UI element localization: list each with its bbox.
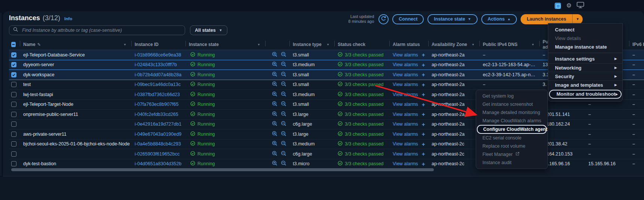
zoom-in-icon[interactable]	[272, 61, 277, 68]
instance-id-link[interactable]: i-01b89668ce6e9ea38	[135, 52, 181, 58]
zoom-out-icon[interactable]	[281, 101, 286, 108]
launch-instances-caret[interactable]: ▼	[573, 14, 583, 24]
sort-icon[interactable]: ▼	[326, 43, 329, 46]
menu-item-security[interactable]: Security▶	[548, 72, 622, 80]
add-alarm-icon[interactable]: +	[422, 111, 425, 117]
zoom-in-icon[interactable]	[272, 71, 277, 78]
instance-id-link[interactable]: i-049e67043a0190ed9	[135, 132, 181, 137]
info-link[interactable]: Info	[64, 16, 72, 21]
zoom-out-icon[interactable]	[281, 131, 286, 138]
row-checkbox[interactable]	[11, 72, 16, 77]
add-alarm-icon[interactable]: +	[422, 91, 425, 98]
add-alarm-icon[interactable]: +	[422, 52, 425, 58]
instance-id-link[interactable]: i-040fc2efdb33cd265	[135, 112, 178, 117]
zoom-out-icon[interactable]	[281, 52, 286, 58]
zoom-out-icon[interactable]	[281, 111, 286, 118]
menu-item-manage-instance-state[interactable]: Manage instance state	[548, 43, 622, 51]
display-icon[interactable]	[577, 2, 584, 10]
row-checkbox[interactable]	[11, 121, 16, 127]
row-checkbox[interactable]	[11, 102, 16, 107]
row-checkbox[interactable]	[11, 112, 16, 117]
submenu-item-configure-cloudwatch-agent[interactable]: Configure CloudWatch agent	[477, 125, 547, 134]
zoom-in-icon[interactable]	[272, 111, 277, 118]
add-alarm-icon[interactable]: +	[422, 161, 425, 167]
select-all-checkbox[interactable]	[11, 42, 16, 47]
connect-button[interactable]: Connect	[392, 14, 424, 24]
row-checkbox[interactable]	[11, 82, 16, 87]
view-alarms-link[interactable]: View alarms	[393, 151, 418, 157]
add-alarm-icon[interactable]: +	[422, 101, 425, 108]
view-alarms-link[interactable]: View alarms	[393, 141, 418, 147]
zoom-in-icon[interactable]	[272, 121, 277, 127]
menu-item-instance-settings[interactable]: Instance settings▶	[548, 55, 622, 63]
view-alarms-link[interactable]: View alarms	[393, 161, 418, 166]
sort-icon[interactable]: ▼	[123, 43, 126, 46]
sort-icon[interactable]: ▼	[531, 43, 534, 46]
view-alarms-link[interactable]: View alarms	[393, 92, 418, 97]
gear-icon[interactable]: ⚙	[566, 3, 571, 9]
view-alarms-link[interactable]: View alarms	[393, 112, 418, 117]
row-checkbox[interactable]	[11, 151, 16, 157]
zoom-in-icon[interactable]	[272, 91, 277, 98]
launch-instances-button[interactable]: Launch instances	[521, 14, 573, 24]
zoom-out-icon[interactable]	[281, 151, 286, 157]
state-filter-dropdown[interactable]: All states▼	[190, 25, 227, 35]
view-alarms-link[interactable]: View alarms	[393, 82, 418, 87]
zoom-out-icon[interactable]	[281, 61, 286, 68]
zoom-out-icon[interactable]	[281, 91, 286, 98]
add-alarm-icon[interactable]: +	[422, 81, 425, 88]
zoom-out-icon[interactable]	[281, 160, 286, 167]
zoom-in-icon[interactable]	[272, 52, 277, 58]
zoom-out-icon[interactable]	[281, 71, 286, 78]
actions-button[interactable]: Actions▲	[481, 14, 517, 24]
row-checkbox[interactable]	[11, 132, 16, 137]
type-cell: t3.small	[290, 70, 335, 80]
instance-id-link[interactable]: i-024843c133c0fff7b	[135, 62, 177, 67]
instance-id-link[interactable]: i-0e42916a19d727db1	[135, 121, 181, 127]
row-checkbox[interactable]	[11, 52, 16, 58]
menu-item-connect[interactable]: Connect	[548, 25, 622, 34]
zoom-in-icon[interactable]	[272, 81, 277, 88]
refresh-button[interactable]	[378, 14, 389, 24]
view-alarms-link[interactable]: View alarms	[393, 62, 418, 67]
horizontal-scrollbar[interactable]	[11, 168, 434, 171]
search-input[interactable]	[21, 27, 181, 33]
zoom-out-icon[interactable]	[281, 141, 286, 147]
row-checkbox[interactable]	[11, 92, 16, 97]
row-checkbox[interactable]	[11, 161, 16, 166]
zoom-out-icon[interactable]	[281, 81, 286, 88]
zoom-in-icon[interactable]	[272, 131, 277, 138]
instance-id-link[interactable]: i-09bec91a46dc0a13c	[135, 82, 181, 87]
instance-id-link[interactable]: i-04d0651a8304d352b	[135, 161, 181, 166]
add-alarm-icon[interactable]: +	[422, 71, 425, 78]
add-alarm-icon[interactable]: +	[422, 131, 425, 137]
instance-id-link[interactable]: i-07fa763ec8b907f65	[135, 102, 178, 107]
view-alarms-link[interactable]: View alarms	[393, 121, 418, 127]
zoom-in-icon[interactable]	[272, 151, 277, 157]
instance-state-button[interactable]: Instance state▼	[427, 14, 477, 24]
menu-item-networking[interactable]: Networking▶	[548, 63, 622, 72]
add-alarm-icon[interactable]: +	[422, 141, 425, 147]
sort-icon[interactable]: ▼	[472, 43, 475, 46]
view-alarms-link[interactable]: View alarms	[393, 132, 418, 137]
row-checkbox[interactable]	[11, 62, 16, 67]
view-alarms-link[interactable]: View alarms	[393, 72, 418, 77]
add-alarm-icon[interactable]: +	[422, 62, 425, 68]
add-alarm-icon[interactable]: +	[422, 121, 425, 127]
add-alarm-icon[interactable]: +	[422, 151, 425, 157]
zoom-in-icon[interactable]	[272, 101, 277, 108]
view-alarms-link[interactable]: View alarms	[393, 102, 418, 107]
zoom-in-icon[interactable]	[272, 141, 277, 147]
menu-item-monitor-and-troubleshoot[interactable]: Monitor and troubleshoot▶	[549, 90, 622, 99]
row-checkbox[interactable]	[11, 141, 16, 147]
view-alarms-link[interactable]: View alarms	[393, 52, 418, 58]
instance-id-link[interactable]: i-0b72b4dd07a48b28a	[135, 72, 181, 77]
menu-item-image-and-templates[interactable]: Image and templates▶	[548, 80, 622, 89]
instance-id-link[interactable]: i-0265903f619652bcc	[135, 151, 180, 157]
instance-id-link[interactable]: i-0387fbd7362c66d23	[135, 92, 180, 97]
zoom-in-icon[interactable]	[272, 160, 277, 167]
sort-icon[interactable]: ▼	[257, 43, 260, 46]
zoom-out-icon[interactable]	[281, 121, 286, 127]
instance-id-link[interactable]: i-0a4e5b8848cb4c293	[135, 141, 181, 147]
console-icon[interactable]	[555, 3, 561, 9]
